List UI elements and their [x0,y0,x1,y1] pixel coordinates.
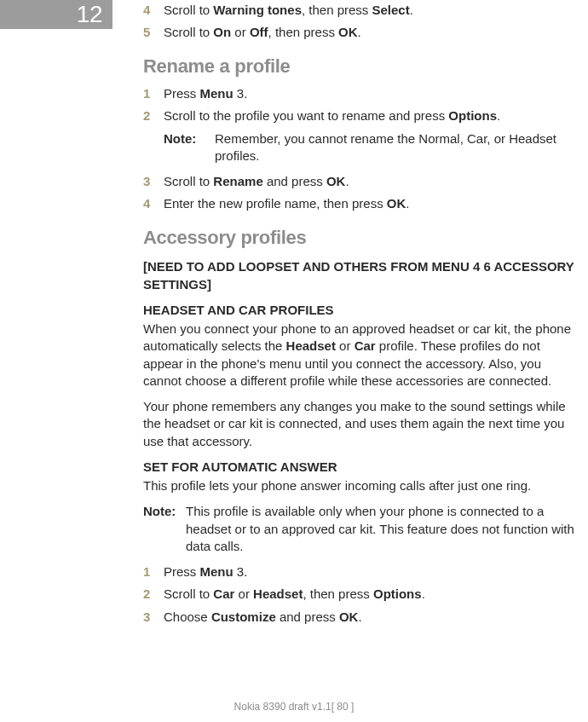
note-label: Note: [143,503,186,555]
bold-text: On [213,25,231,39]
text: Press [164,86,200,101]
text: , then press [268,25,339,39]
step-item: 5 Scroll to On or Off, then press OK. [143,24,588,41]
text: or [234,586,253,601]
bold-text: Off [250,25,268,39]
step-text: Scroll to On or Off, then press OK. [164,24,588,41]
step-number: 4 [143,2,164,19]
step-item: 2 Scroll to Car or Headset, then press O… [143,586,588,603]
bold-text: Car [213,586,234,601]
note-block: Note: This profile is available only whe… [143,503,588,555]
text: Scroll to [164,3,213,17]
bold-text: OK [387,196,406,211]
todo-note: [NEED TO ADD LOOPSET AND OTHERS FROM MEN… [143,258,588,293]
bold-text: OK [326,174,346,188]
step-text: Enter the new profile name, then press O… [164,195,588,212]
step-text: Scroll to Warning tones, then press Sele… [164,2,588,19]
step-number: 2 [143,107,164,124]
step-number: 4 [143,195,164,212]
text: Scroll to the profile you want to rename… [164,108,448,123]
text: . [406,196,409,211]
step-item: 4 Scroll to Warning tones, then press Se… [143,2,588,19]
step-number: 1 [143,563,164,580]
text: Enter the new profile name, then press [164,196,387,211]
footer-text: Nokia 8390 draft v1.1[ 80 ] [234,701,355,713]
text: 3. [233,564,248,579]
bold-text: Menu [200,86,233,101]
step-number: 2 [143,586,164,603]
text: Scroll to [164,174,213,188]
section-heading-accessory: Accessory profiles [143,225,588,251]
chapter-tab: 12 [0,0,112,29]
page-content: 4 Scroll to Warning tones, then press Se… [143,2,588,688]
text: or [336,338,355,353]
step-text: Scroll to Rename and press OK. [164,173,588,190]
note-text: This profile is available only when your… [186,503,588,555]
bold-text: Customize [211,609,276,624]
note-block: Note: Remember, you cannot rename the No… [164,130,588,165]
step-text: Scroll to the profile you want to rename… [164,107,588,124]
text: 3. [233,86,248,101]
section-heading-rename: Rename a profile [143,54,588,79]
step-text: Press Menu 3. [164,85,588,102]
bold-text: Car [355,338,376,353]
paragraph: This profile lets your phone answer inco… [143,477,588,494]
bold-text: Headset [253,586,303,601]
bold-text: Menu [200,564,233,579]
text: , then press [302,3,372,17]
bold-text: Options [373,586,422,601]
note-text: Remember, you cannot rename the Normal, … [215,130,588,165]
text: . [358,609,361,624]
step-text: Choose Customize and press OK. [164,609,588,626]
text: . [345,174,349,188]
step-item: 3 Choose Customize and press OK. [143,609,588,626]
bold-text: Warning tones [213,3,302,17]
step-item: 4 Enter the new profile name, then press… [143,195,588,212]
step-number: 3 [143,173,164,190]
bold-text: Options [448,108,497,123]
text: Scroll to [164,586,213,601]
step-number: 1 [143,85,164,102]
page-footer: Nokia 8390 draft v1.1[ 80 ] [0,700,588,713]
text: and press [276,609,339,624]
text: Press [164,564,200,579]
text: . [497,108,500,123]
bold-text: Headset [286,338,336,353]
bold-text: OK [338,25,358,39]
text: Choose [164,609,211,624]
step-number: 5 [143,24,164,41]
text: . [422,586,425,601]
bold-text: Rename [213,174,262,188]
step-item: 2 Scroll to the profile you want to rena… [143,107,588,124]
subsection-heading-headset-car: HEADSET AND CAR PROFILES [143,302,588,319]
step-item: 1 Press Menu 3. [143,85,588,102]
paragraph: Your phone remembers any changes you mak… [143,398,588,450]
step-text: Press Menu 3. [164,563,588,580]
text: Scroll to [164,25,213,39]
bold-text: Select [372,3,410,17]
subsection-heading-auto-answer: SET FOR AUTOMATIC ANSWER [143,459,588,476]
text: . [358,25,361,39]
step-item: 3 Scroll to Rename and press OK. [143,173,588,190]
step-item: 1 Press Menu 3. [143,563,588,580]
step-number: 3 [143,609,164,626]
chapter-number: 12 [77,0,102,31]
text: . [410,3,413,17]
note-label: Note: [164,130,215,165]
bold-text: OK [339,609,359,624]
step-text: Scroll to Car or Headset, then press Opt… [164,586,588,603]
text: and press [263,174,326,188]
paragraph: When you connect your phone to an approv… [143,321,588,390]
text: , then press [303,586,373,601]
text: or [231,25,250,39]
